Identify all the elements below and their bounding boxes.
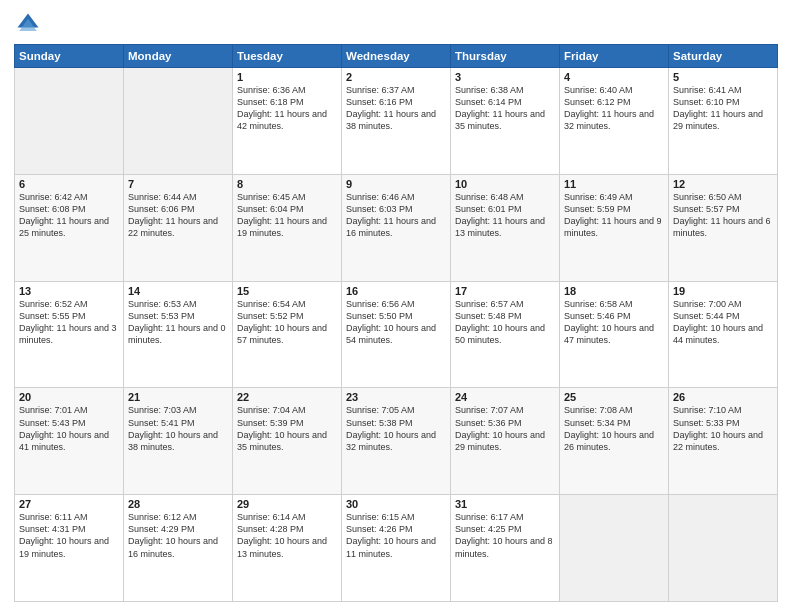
calendar-cell: 28Sunrise: 6:12 AM Sunset: 4:29 PM Dayli… [124, 495, 233, 602]
day-detail: Sunrise: 6:15 AM Sunset: 4:26 PM Dayligh… [346, 511, 446, 560]
calendar-cell: 3Sunrise: 6:38 AM Sunset: 6:14 PM Daylig… [451, 68, 560, 175]
calendar-cell: 1Sunrise: 6:36 AM Sunset: 6:18 PM Daylig… [233, 68, 342, 175]
calendar-cell: 17Sunrise: 6:57 AM Sunset: 5:48 PM Dayli… [451, 281, 560, 388]
calendar-table: SundayMondayTuesdayWednesdayThursdayFrid… [14, 44, 778, 602]
day-detail: Sunrise: 6:58 AM Sunset: 5:46 PM Dayligh… [564, 298, 664, 347]
calendar-cell: 11Sunrise: 6:49 AM Sunset: 5:59 PM Dayli… [560, 174, 669, 281]
day-number: 3 [455, 71, 555, 83]
day-header-monday: Monday [124, 45, 233, 68]
day-detail: Sunrise: 6:50 AM Sunset: 5:57 PM Dayligh… [673, 191, 773, 240]
calendar-cell: 9Sunrise: 6:46 AM Sunset: 6:03 PM Daylig… [342, 174, 451, 281]
calendar-cell [560, 495, 669, 602]
day-number: 12 [673, 178, 773, 190]
day-number: 20 [19, 391, 119, 403]
day-number: 18 [564, 285, 664, 297]
day-detail: Sunrise: 6:38 AM Sunset: 6:14 PM Dayligh… [455, 84, 555, 133]
day-detail: Sunrise: 6:57 AM Sunset: 5:48 PM Dayligh… [455, 298, 555, 347]
calendar-cell: 15Sunrise: 6:54 AM Sunset: 5:52 PM Dayli… [233, 281, 342, 388]
calendar-cell: 5Sunrise: 6:41 AM Sunset: 6:10 PM Daylig… [669, 68, 778, 175]
calendar-cell: 27Sunrise: 6:11 AM Sunset: 4:31 PM Dayli… [15, 495, 124, 602]
day-detail: Sunrise: 7:07 AM Sunset: 5:36 PM Dayligh… [455, 404, 555, 453]
day-header-tuesday: Tuesday [233, 45, 342, 68]
day-number: 1 [237, 71, 337, 83]
calendar-week-row: 27Sunrise: 6:11 AM Sunset: 4:31 PM Dayli… [15, 495, 778, 602]
day-number: 13 [19, 285, 119, 297]
day-number: 31 [455, 498, 555, 510]
day-detail: Sunrise: 6:41 AM Sunset: 6:10 PM Dayligh… [673, 84, 773, 133]
day-number: 24 [455, 391, 555, 403]
day-detail: Sunrise: 6:12 AM Sunset: 4:29 PM Dayligh… [128, 511, 228, 560]
day-header-thursday: Thursday [451, 45, 560, 68]
day-detail: Sunrise: 6:11 AM Sunset: 4:31 PM Dayligh… [19, 511, 119, 560]
calendar-cell: 7Sunrise: 6:44 AM Sunset: 6:06 PM Daylig… [124, 174, 233, 281]
day-detail: Sunrise: 6:14 AM Sunset: 4:28 PM Dayligh… [237, 511, 337, 560]
calendar-cell [669, 495, 778, 602]
calendar-cell: 13Sunrise: 6:52 AM Sunset: 5:55 PM Dayli… [15, 281, 124, 388]
day-number: 10 [455, 178, 555, 190]
day-detail: Sunrise: 7:03 AM Sunset: 5:41 PM Dayligh… [128, 404, 228, 453]
day-detail: Sunrise: 6:49 AM Sunset: 5:59 PM Dayligh… [564, 191, 664, 240]
day-detail: Sunrise: 6:53 AM Sunset: 5:53 PM Dayligh… [128, 298, 228, 347]
calendar-cell: 26Sunrise: 7:10 AM Sunset: 5:33 PM Dayli… [669, 388, 778, 495]
calendar-week-row: 13Sunrise: 6:52 AM Sunset: 5:55 PM Dayli… [15, 281, 778, 388]
logo [14, 10, 46, 38]
day-header-saturday: Saturday [669, 45, 778, 68]
day-detail: Sunrise: 6:37 AM Sunset: 6:16 PM Dayligh… [346, 84, 446, 133]
day-detail: Sunrise: 7:04 AM Sunset: 5:39 PM Dayligh… [237, 404, 337, 453]
calendar-cell [15, 68, 124, 175]
day-number: 8 [237, 178, 337, 190]
day-number: 4 [564, 71, 664, 83]
day-detail: Sunrise: 6:48 AM Sunset: 6:01 PM Dayligh… [455, 191, 555, 240]
day-number: 16 [346, 285, 446, 297]
day-number: 7 [128, 178, 228, 190]
calendar-cell: 23Sunrise: 7:05 AM Sunset: 5:38 PM Dayli… [342, 388, 451, 495]
header [14, 10, 778, 38]
day-number: 14 [128, 285, 228, 297]
day-detail: Sunrise: 7:00 AM Sunset: 5:44 PM Dayligh… [673, 298, 773, 347]
day-detail: Sunrise: 6:17 AM Sunset: 4:25 PM Dayligh… [455, 511, 555, 560]
day-number: 11 [564, 178, 664, 190]
calendar-cell: 20Sunrise: 7:01 AM Sunset: 5:43 PM Dayli… [15, 388, 124, 495]
day-number: 26 [673, 391, 773, 403]
day-detail: Sunrise: 6:46 AM Sunset: 6:03 PM Dayligh… [346, 191, 446, 240]
calendar-cell: 21Sunrise: 7:03 AM Sunset: 5:41 PM Dayli… [124, 388, 233, 495]
day-detail: Sunrise: 6:42 AM Sunset: 6:08 PM Dayligh… [19, 191, 119, 240]
day-header-friday: Friday [560, 45, 669, 68]
calendar-cell: 22Sunrise: 7:04 AM Sunset: 5:39 PM Dayli… [233, 388, 342, 495]
day-number: 9 [346, 178, 446, 190]
day-detail: Sunrise: 6:52 AM Sunset: 5:55 PM Dayligh… [19, 298, 119, 347]
calendar-cell: 31Sunrise: 6:17 AM Sunset: 4:25 PM Dayli… [451, 495, 560, 602]
day-detail: Sunrise: 6:36 AM Sunset: 6:18 PM Dayligh… [237, 84, 337, 133]
day-number: 21 [128, 391, 228, 403]
calendar-cell: 10Sunrise: 6:48 AM Sunset: 6:01 PM Dayli… [451, 174, 560, 281]
day-detail: Sunrise: 7:10 AM Sunset: 5:33 PM Dayligh… [673, 404, 773, 453]
day-detail: Sunrise: 6:44 AM Sunset: 6:06 PM Dayligh… [128, 191, 228, 240]
calendar-cell: 12Sunrise: 6:50 AM Sunset: 5:57 PM Dayli… [669, 174, 778, 281]
day-number: 19 [673, 285, 773, 297]
day-number: 5 [673, 71, 773, 83]
calendar-cell: 24Sunrise: 7:07 AM Sunset: 5:36 PM Dayli… [451, 388, 560, 495]
day-detail: Sunrise: 6:45 AM Sunset: 6:04 PM Dayligh… [237, 191, 337, 240]
calendar-header-row: SundayMondayTuesdayWednesdayThursdayFrid… [15, 45, 778, 68]
day-number: 15 [237, 285, 337, 297]
day-header-wednesday: Wednesday [342, 45, 451, 68]
day-number: 23 [346, 391, 446, 403]
day-number: 29 [237, 498, 337, 510]
day-detail: Sunrise: 7:05 AM Sunset: 5:38 PM Dayligh… [346, 404, 446, 453]
calendar-cell: 29Sunrise: 6:14 AM Sunset: 4:28 PM Dayli… [233, 495, 342, 602]
calendar-week-row: 1Sunrise: 6:36 AM Sunset: 6:18 PM Daylig… [15, 68, 778, 175]
day-header-sunday: Sunday [15, 45, 124, 68]
calendar-cell: 8Sunrise: 6:45 AM Sunset: 6:04 PM Daylig… [233, 174, 342, 281]
day-detail: Sunrise: 6:54 AM Sunset: 5:52 PM Dayligh… [237, 298, 337, 347]
calendar-week-row: 20Sunrise: 7:01 AM Sunset: 5:43 PM Dayli… [15, 388, 778, 495]
calendar-cell: 2Sunrise: 6:37 AM Sunset: 6:16 PM Daylig… [342, 68, 451, 175]
day-number: 27 [19, 498, 119, 510]
calendar-cell: 16Sunrise: 6:56 AM Sunset: 5:50 PM Dayli… [342, 281, 451, 388]
calendar-cell: 25Sunrise: 7:08 AM Sunset: 5:34 PM Dayli… [560, 388, 669, 495]
calendar-week-row: 6Sunrise: 6:42 AM Sunset: 6:08 PM Daylig… [15, 174, 778, 281]
calendar-cell: 30Sunrise: 6:15 AM Sunset: 4:26 PM Dayli… [342, 495, 451, 602]
day-number: 25 [564, 391, 664, 403]
day-detail: Sunrise: 7:01 AM Sunset: 5:43 PM Dayligh… [19, 404, 119, 453]
calendar-cell: 14Sunrise: 6:53 AM Sunset: 5:53 PM Dayli… [124, 281, 233, 388]
logo-icon [14, 10, 42, 38]
